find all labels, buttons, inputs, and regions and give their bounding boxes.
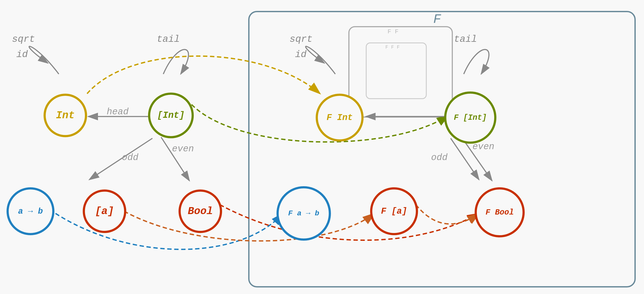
label-sqrt-right: sqrt	[290, 34, 313, 45]
label-head: head	[107, 107, 129, 117]
node-f-list-a: F [a]	[370, 187, 418, 235]
node-bool: Bool	[178, 190, 222, 233]
label-even: even	[172, 144, 194, 154]
node-f-bool: F Bool	[474, 187, 525, 238]
node-list-int: [Int]	[148, 92, 194, 138]
node-f-int: F Int	[316, 94, 364, 142]
node-int: Int	[44, 94, 87, 137]
label-id-right: id	[295, 49, 306, 60]
label-tail-right: tail	[454, 34, 477, 45]
fff-inner-box	[366, 42, 427, 99]
node-f-arr: F a → b	[276, 186, 331, 241]
label-id-left: id	[16, 49, 28, 60]
node-arr: a → b	[6, 187, 54, 235]
fff-box-label: F F F	[385, 45, 400, 50]
label-sqrt-left: sqrt	[12, 34, 35, 45]
diagram-canvas: F F F F F F	[0, 0, 644, 294]
label-odd-right: odd	[431, 152, 448, 163]
node-f-list-int: F [Int]	[444, 92, 496, 144]
ff-box-label: F F	[388, 28, 398, 35]
label-tail-mid: tail	[157, 34, 180, 45]
f-box-label: F	[433, 12, 441, 27]
label-even-right: even	[472, 142, 494, 152]
svg-line-8	[89, 138, 152, 180]
node-list-a: [a]	[83, 190, 126, 233]
label-odd: odd	[122, 152, 138, 163]
